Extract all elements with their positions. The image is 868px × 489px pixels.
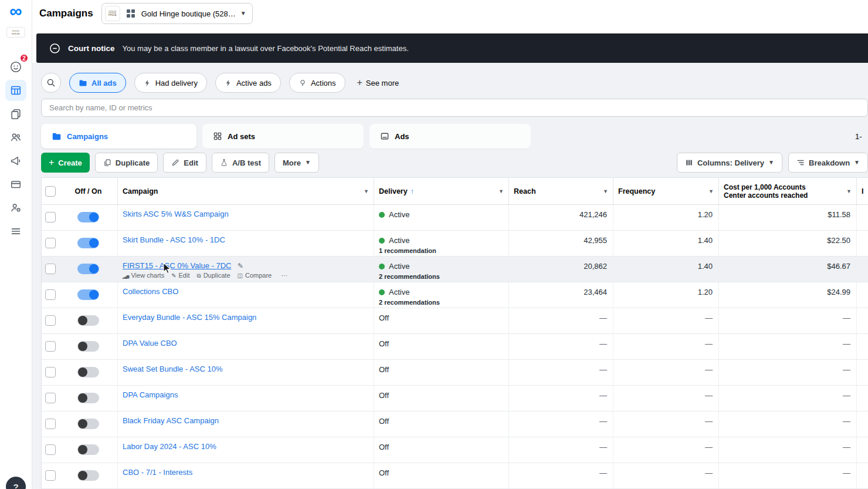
help-button[interactable]: ? bbox=[6, 477, 26, 489]
campaign-toggle[interactable] bbox=[77, 315, 99, 326]
column-header-campaign[interactable]: Campaign ▼ bbox=[118, 178, 374, 204]
hover-action-chart[interactable]: View charts bbox=[123, 272, 164, 279]
row-checkbox[interactable] bbox=[45, 444, 56, 455]
account-logo-thumb: GOLD HINGE bbox=[6, 27, 25, 38]
filter-pill-all-ads[interactable]: All ads bbox=[69, 73, 126, 93]
delivery-recommendation[interactable]: 2 recommendations bbox=[379, 299, 504, 306]
create-label: Create bbox=[58, 158, 82, 167]
hover-action-dots[interactable]: ··· bbox=[279, 272, 287, 279]
table-row: Black Friday ASC Campaign ✎ Off — — — bbox=[42, 412, 868, 437]
campaign-name-link[interactable]: CBO - 7/1 - Interests bbox=[123, 468, 192, 477]
row-checkbox[interactable] bbox=[45, 367, 56, 377]
rail-item-pages[interactable] bbox=[5, 103, 26, 124]
filter-pill-had-delivery[interactable]: Had delivery bbox=[134, 73, 207, 93]
account-selector[interactable]: GOLD HINGE Gold Hinge boutique (528… ▼ bbox=[101, 3, 253, 24]
delivery-status: Off bbox=[379, 443, 389, 451]
minus-circle-icon bbox=[49, 43, 60, 54]
delivery-recommendation[interactable]: 1 recommendation bbox=[379, 247, 504, 254]
row-checkbox[interactable] bbox=[45, 238, 56, 248]
search-button[interactable] bbox=[41, 73, 61, 93]
campaign-toggle[interactable] bbox=[77, 289, 99, 300]
hover-action-compare[interactable]: Compare bbox=[238, 272, 272, 279]
hover-action-pencil[interactable]: Edit bbox=[171, 272, 189, 279]
campaign-name-link[interactable]: DPA Campaigns bbox=[123, 390, 178, 399]
campaign-name-link[interactable]: DPA Value CBO bbox=[123, 339, 177, 348]
campaign-toggle[interactable] bbox=[77, 264, 99, 274]
rail-item-all-tools[interactable] bbox=[5, 221, 26, 242]
bolt-icon bbox=[144, 79, 151, 87]
campaigns-table: Off / On Campaign ▼ Delivery ↑ ▼ Reach ▼ bbox=[41, 177, 868, 489]
campaign-name-link[interactable]: Sweat Set Bundle - ASC 10% bbox=[123, 365, 223, 373]
duplicate-button[interactable]: Duplicate bbox=[95, 153, 158, 173]
campaign-name-link[interactable]: FIRST15 - ASC 0% Value - 7DC bbox=[123, 261, 231, 270]
tab-campaigns[interactable]: Campaigns bbox=[41, 124, 196, 149]
ab-test-button[interactable]: A/B test bbox=[212, 153, 269, 173]
column-header-frequency[interactable]: Frequency ▼ bbox=[613, 178, 719, 204]
table-row: DPA Value CBO ✎ Off — — — bbox=[42, 334, 868, 360]
face-icon bbox=[9, 60, 22, 73]
campaign-toggle[interactable] bbox=[77, 367, 99, 377]
chevron-down-icon: ▼ bbox=[768, 160, 774, 166]
columns-button[interactable]: Columns: Delivery ▼ bbox=[677, 153, 782, 173]
court-notice-banner: Court notice You may be a class member i… bbox=[36, 33, 868, 63]
search-input[interactable] bbox=[41, 99, 868, 117]
campaign-toggle[interactable] bbox=[77, 212, 99, 222]
meta-logo-icon[interactable]: ∞ bbox=[9, 2, 22, 20]
row-checkbox[interactable] bbox=[45, 289, 56, 300]
rail-item-settings[interactable] bbox=[5, 197, 26, 218]
select-all-checkbox[interactable] bbox=[45, 186, 56, 197]
column-header-reach[interactable]: Reach ▼ bbox=[509, 178, 613, 204]
rail-item-billing[interactable] bbox=[5, 174, 26, 195]
campaign-name-link[interactable]: Skirt Bundle - ASC 10% - 1DC bbox=[123, 235, 225, 244]
campaign-name-link[interactable]: Everyday Bundle - ASC 15% Campaign bbox=[123, 313, 256, 322]
plus-icon: + bbox=[49, 157, 54, 168]
campaign-toggle[interactable] bbox=[77, 419, 99, 429]
edit-name-icon[interactable]: ✎ bbox=[238, 262, 243, 270]
column-header-cost[interactable]: Cost per 1,000 Accounts Center accounts … bbox=[719, 178, 857, 204]
frequency-value: — bbox=[613, 463, 719, 488]
filter-pill-active-ads[interactable]: Active ads bbox=[215, 73, 281, 93]
left-rail: ∞ GOLD HINGE 2 bbox=[0, 0, 32, 489]
more-button[interactable]: More ▼ bbox=[274, 153, 319, 173]
rail-item-campaigns[interactable] bbox=[5, 80, 26, 101]
row-checkbox[interactable] bbox=[45, 470, 56, 481]
row-checkbox[interactable] bbox=[45, 264, 56, 274]
campaign-name-link[interactable]: Skirts ASC 5% W&S Campaign bbox=[123, 210, 229, 218]
row-checkbox[interactable] bbox=[45, 212, 56, 222]
delivery-status: Off bbox=[379, 339, 389, 348]
campaign-name-link[interactable]: Labor Day 2024 - ASC 10% bbox=[123, 442, 216, 451]
campaign-toggle[interactable] bbox=[77, 444, 99, 455]
column-header-delivery[interactable]: Delivery ↑ ▼ bbox=[374, 178, 509, 204]
see-more-label: See more bbox=[366, 79, 399, 87]
edit-button[interactable]: Edit bbox=[163, 153, 206, 173]
campaign-name-link[interactable]: Black Friday ASC Campaign bbox=[123, 416, 219, 425]
reach-value: 421,246 bbox=[509, 205, 613, 230]
campaign-toggle[interactable] bbox=[77, 393, 99, 403]
table-row: Everyday Bundle - ASC 15% Campaign ✎ Off… bbox=[42, 308, 868, 334]
campaign-name-link[interactable]: Collections CBO bbox=[123, 287, 178, 296]
filter-pill-actions[interactable]: Actions bbox=[289, 73, 345, 93]
rail-item-account-overview[interactable]: 2 bbox=[5, 56, 26, 77]
tab-ad-sets[interactable]: Ad sets bbox=[202, 124, 364, 149]
sort-ascending-icon: ↑ bbox=[411, 187, 415, 195]
delivery-recommendation[interactable]: 2 recommendations bbox=[379, 273, 504, 280]
create-button[interactable]: + Create bbox=[41, 153, 90, 173]
hover-action-copy[interactable]: Duplicate bbox=[197, 272, 230, 279]
row-checkbox[interactable] bbox=[45, 419, 56, 429]
see-more-button[interactable]: + See more bbox=[357, 77, 399, 88]
row-checkbox[interactable] bbox=[45, 341, 56, 352]
row-checkbox[interactable] bbox=[45, 393, 56, 403]
campaign-toggle[interactable] bbox=[77, 238, 99, 248]
column-header-off-on[interactable]: Off / On bbox=[59, 178, 118, 204]
rail-item-audiences[interactable] bbox=[5, 127, 26, 148]
rail-item-advertise[interactable] bbox=[5, 150, 26, 171]
campaign-toggle[interactable] bbox=[77, 341, 99, 352]
campaign-toggle[interactable] bbox=[77, 470, 99, 481]
breakdown-button[interactable]: Breakdown ▼ bbox=[788, 153, 868, 173]
search-icon bbox=[46, 78, 56, 87]
tab-ads[interactable]: Ads bbox=[369, 124, 531, 149]
partial-cell bbox=[857, 231, 868, 256]
row-checkbox[interactable] bbox=[45, 315, 56, 326]
frequency-value: — bbox=[613, 386, 719, 411]
table-row: Skirt Bundle - ASC 10% - 1DC ✎ Active 1 … bbox=[42, 231, 868, 257]
